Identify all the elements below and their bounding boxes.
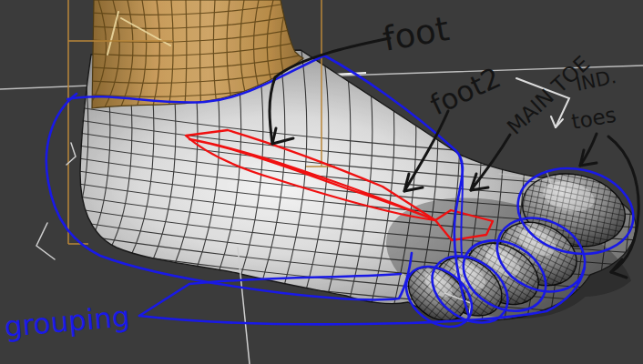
viewport-canvas[interactable]: foot foot2 MAIN TOE IND. toes grouping: [0, 0, 643, 364]
viewport-3d-modeling[interactable]: foot foot2 MAIN TOE IND. toes grouping: [0, 0, 643, 364]
